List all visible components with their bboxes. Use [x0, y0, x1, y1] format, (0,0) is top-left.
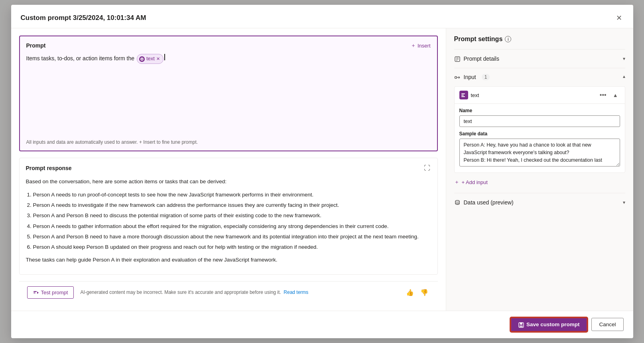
prompt-details-icon: [454, 55, 461, 62]
prompt-details-accordion: Prompt details ▾: [454, 49, 625, 67]
right-panel: Prompt settings i: [446, 28, 633, 311]
list-item: Person A needs to investigate if the new…: [33, 201, 431, 210]
settings-title: Prompt settings i: [454, 36, 625, 43]
chip-label: text: [146, 55, 155, 63]
data-used-header-left: Data used (preview): [454, 199, 514, 206]
prompt-footer-text: All inputs and data are automatically us…: [26, 139, 198, 145]
text-cursor: [164, 54, 165, 60]
list-item: Person A needs to gather information abo…: [33, 222, 431, 231]
read-terms-link[interactable]: Read terms: [284, 289, 308, 295]
save-custom-prompt-button[interactable]: Save custom prompt: [510, 317, 588, 331]
input-card-title: text: [459, 91, 479, 99]
prompt-footer: All inputs and data are automatically us…: [26, 139, 431, 145]
save-label: Save custom prompt: [526, 321, 580, 327]
save-icon: [518, 321, 524, 327]
svg-rect-19: [520, 325, 523, 327]
svg-rect-18: [520, 323, 522, 325]
data-used-label: Data used (preview): [464, 199, 514, 206]
data-used-header[interactable]: Data used (preview) ▾: [454, 193, 625, 211]
add-input-button[interactable]: ＋ + Add input: [454, 177, 488, 187]
modal-actions: Save custom prompt Cancel: [11, 311, 633, 338]
footer-bar: Test prompt AI-generated content may be …: [19, 281, 438, 304]
modal-header: Custom prompt 3/25/2024, 10:01:34 AM ✕: [11, 5, 633, 28]
sample-data-field-label: Sample data: [459, 131, 620, 137]
input-accordion-body: text ••• ▲ Name Sample data: [454, 86, 625, 193]
cancel-label: Cancel: [599, 321, 616, 327]
prompt-box-header: Prompt ＋ Insert: [26, 42, 431, 49]
thumbs-down-icon: 👎: [420, 289, 428, 296]
name-field-label: Name: [459, 108, 620, 113]
feedback-icons: 👍 👎: [404, 287, 430, 298]
input-card-collapse-button[interactable]: ▲: [611, 91, 620, 99]
svg-rect-3: [33, 293, 35, 293]
response-label: Prompt response: [26, 165, 72, 171]
input-accordion-header[interactable]: Input 1 ▾: [454, 68, 625, 86]
sample-data-textarea[interactable]: Person A: Hey, have you had a chance to …: [459, 139, 620, 167]
expand-icon: ⛶: [424, 165, 430, 171]
svg-rect-2: [33, 291, 37, 292]
prompt-prefix-text: Items tasks, to-dos, or action items for…: [26, 54, 135, 63]
svg-marker-4: [37, 291, 39, 294]
chip-icon: ≡: [139, 56, 145, 62]
info-icon[interactable]: i: [505, 36, 511, 42]
insert-button[interactable]: ＋ Insert: [411, 42, 431, 49]
svg-point-9: [455, 77, 457, 79]
response-conclusion: These tasks can help guide Person A in t…: [26, 256, 431, 264]
modal-title: Custom prompt 3/25/2024, 10:01:34 AM: [21, 14, 146, 22]
input-icon: [454, 74, 461, 81]
chip-close-button[interactable]: ✕: [156, 56, 160, 63]
list-item: Person A should keep Person B updated on…: [33, 243, 431, 252]
custom-prompt-modal: Custom prompt 3/25/2024, 10:01:34 AM ✕ P…: [11, 5, 633, 338]
svg-rect-14: [461, 95, 464, 96]
data-used-accordion: Data used (preview) ▾: [454, 193, 625, 211]
insert-label: Insert: [418, 43, 431, 49]
data-used-icon: [454, 199, 461, 206]
close-icon: ✕: [616, 14, 622, 22]
test-prompt-button[interactable]: Test prompt: [27, 286, 74, 299]
svg-text:≡: ≡: [141, 58, 143, 61]
svg-rect-13: [461, 93, 465, 94]
thumbs-down-button[interactable]: 👎: [419, 287, 430, 298]
prompt-details-header[interactable]: Prompt details ▾: [454, 50, 625, 67]
list-item: Person A and Person B need to have a mor…: [33, 232, 431, 241]
input-card-name: text: [471, 92, 479, 98]
close-button[interactable]: ✕: [614, 12, 624, 24]
response-content: Based on the conversation, here are some…: [26, 177, 431, 264]
prompt-details-chevron: ▾: [623, 56, 625, 61]
add-input-label: + Add input: [462, 179, 488, 185]
modal-body: Prompt ＋ Insert Items tasks, to-dos, or …: [11, 28, 633, 311]
cancel-button[interactable]: Cancel: [591, 318, 623, 331]
thumbs-up-icon: 👍: [406, 289, 414, 296]
input-count-badge: 1: [482, 74, 490, 80]
test-prompt-label: Test prompt: [41, 289, 68, 295]
data-used-chevron: ▾: [623, 200, 625, 205]
test-prompt-icon: [33, 289, 39, 296]
prompt-content[interactable]: Items tasks, to-dos, or action items for…: [26, 54, 431, 135]
input-header-left: Input 1: [454, 74, 490, 81]
add-icon: ＋: [454, 178, 459, 186]
response-list: Person A needs to run proof-of-concept t…: [33, 190, 431, 252]
plus-icon: ＋: [411, 42, 416, 49]
list-item: Person A needs to run proof-of-concept t…: [33, 190, 431, 199]
name-input[interactable]: [459, 115, 620, 127]
input-accordion: Input 1 ▾: [454, 68, 625, 193]
response-box: Prompt response ⛶ Based on the conversat…: [19, 158, 438, 274]
response-intro: Based on the conversation, here are some…: [26, 177, 431, 186]
disclaimer-text: AI-generated content may be incorrect. M…: [80, 289, 281, 295]
svg-rect-15: [461, 96, 465, 97]
input-card: text ••• ▲ Name Sample data: [454, 86, 625, 173]
list-item: Person A and Person B need to discuss th…: [33, 211, 431, 220]
prompt-box: Prompt ＋ Insert Items tasks, to-dos, or …: [19, 36, 438, 151]
prompt-details-header-left: Prompt details: [454, 55, 499, 62]
settings-title-text: Prompt settings: [454, 36, 503, 43]
response-header: Prompt response ⛶: [26, 164, 431, 172]
prompt-details-label: Prompt details: [464, 56, 499, 62]
input-card-more-button[interactable]: •••: [598, 91, 609, 99]
text-tag-chip[interactable]: ≡ text ✕: [137, 54, 163, 64]
input-card-actions: ••• ▲: [598, 91, 620, 99]
input-label: Input: [464, 74, 476, 80]
expand-button[interactable]: ⛶: [423, 164, 431, 172]
thumbs-up-button[interactable]: 👍: [404, 287, 416, 298]
input-card-header: text ••• ▲: [455, 87, 625, 103]
input-type-icon: [459, 91, 468, 99]
